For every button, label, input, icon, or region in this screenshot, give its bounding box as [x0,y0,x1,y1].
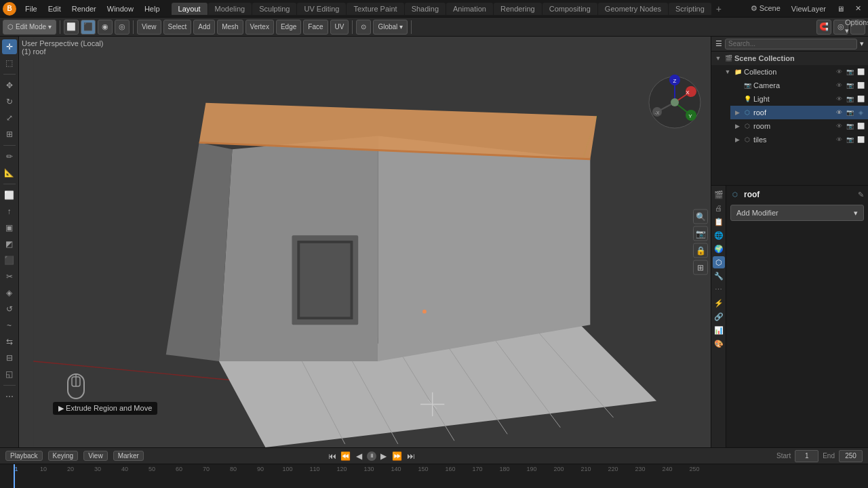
vertex-menu-btn[interactable]: Vertex [245,20,274,35]
prop-scene-icon[interactable]: 🌐 [713,229,725,241]
viewport-gizmo[interactable]: X -X Y Z [647,75,703,130]
mesh-menu-btn[interactable]: Mesh [217,20,243,35]
timeline-content[interactable]: 1 10 20 30 40 50 60 70 80 90 100 110 120… [0,464,868,488]
menu-edit[interactable]: Edit [43,3,66,14]
roof-render-icon[interactable]: ◈ [856,108,865,117]
outliner-filter-icon[interactable]: ▾ [860,39,864,48]
spin-tool[interactable]: ↺ [2,302,17,317]
shrink-tool[interactable]: ⊟ [2,350,17,365]
tab-geometry-nodes[interactable]: Geometry Nodes [598,3,668,15]
timeline-marker-btn[interactable]: Marker [113,451,144,461]
rotate-tool[interactable]: ↻ [2,94,17,109]
lock-view-btn[interactable]: 🔒 [693,243,708,258]
knife-tool[interactable]: ✂ [2,269,17,284]
timeline-keying-btn[interactable]: Keying [48,451,79,461]
prev-frame-btn[interactable]: ⏪ [340,450,352,462]
inset-tool[interactable]: ▣ [2,220,17,235]
view-layer-selector[interactable]: ViewLayer [787,3,830,14]
prop-constraints-icon[interactable]: 🔗 [713,310,725,323]
view-menu-btn[interactable]: View [137,20,161,35]
camera-eye-icon[interactable]: 👁 [834,81,844,90]
collection-render-icon[interactable]: ⬜ [856,67,865,77]
prop-view-layer-icon[interactable]: 📋 [713,216,725,228]
end-frame-input[interactable] [839,450,863,462]
uv-menu-btn[interactable]: UV [330,20,349,35]
select-menu-btn[interactable]: Select [163,20,192,35]
move-tool[interactable]: ✥ [2,78,17,93]
menu-help[interactable]: Help [140,3,165,14]
add-menu-btn[interactable]: Add [193,20,215,35]
outliner-search[interactable] [725,39,857,49]
tab-shading[interactable]: Shading [405,3,446,15]
props-edit-icon[interactable]: ✎ [858,190,864,199]
light-eye-icon[interactable]: 👁 [834,94,844,104]
camera-view-btn[interactable]: 📷 [693,226,708,241]
menu-file[interactable]: File [20,3,42,14]
tab-sculpting[interactable]: Sculpting [252,3,296,15]
header-icon-1[interactable]: 🖥 [833,3,848,14]
measure-tool[interactable]: 📐 [2,165,17,180]
tiles-row[interactable]: ▶ ⬡ tiles 👁 📷 ⬜ [730,133,868,146]
prop-output-icon[interactable]: 🖨 [713,202,725,214]
edge-menu-btn[interactable]: Edge [276,20,301,35]
tab-scripting[interactable]: Scripting [669,3,711,15]
scene-collection-row[interactable]: ▼ 🎬 Scene Collection [711,52,868,65]
transform-orientation-btn[interactable]: Global ▾ [373,20,408,35]
shear-tool[interactable]: ◱ [2,367,17,382]
select-tool[interactable]: ⬚ [2,56,17,70]
prop-world-icon[interactable]: 🌍 [713,243,725,255]
prop-physics-icon[interactable]: ⚡ [713,297,725,309]
next-frame-btn[interactable]: ⏩ [391,450,403,462]
mode-selector[interactable]: ⬡ Edit Mode ▾ [3,20,56,35]
jump-end-btn[interactable]: ⏭ [405,450,417,462]
roof-vis-icon[interactable]: 📷 [845,108,854,117]
snapping-btn[interactable]: 🧲 [816,20,831,35]
polypen-tool[interactable]: ◈ [2,285,17,300]
stop-btn[interactable]: ⏸ [367,451,376,461]
tab-compositing[interactable]: Compositing [542,3,597,15]
smooth-tool[interactable]: ~ [2,318,17,333]
tab-uv-editing[interactable]: UV Editing [297,3,346,15]
room-render-icon[interactable]: ⬜ [856,121,865,131]
loop-cut-tool[interactable]: ⬛ [2,253,17,268]
timeline-view-btn[interactable]: View [83,451,108,461]
light-render-icon[interactable]: ⬜ [856,94,865,104]
timeline-playback-btn[interactable]: Playback [5,451,43,461]
tab-modeling[interactable]: Modeling [208,3,252,15]
add-cube-tool[interactable]: ⬜ [2,188,17,203]
prev-keyframe-btn[interactable]: ◀ [353,450,366,462]
add-modifier-button[interactable]: Add Modifier ▾ [730,205,864,221]
extras-tool[interactable]: ⋯ [2,389,17,404]
scale-tool[interactable]: ⤢ [2,110,17,125]
tiles-render-icon[interactable]: ⬜ [856,135,865,144]
prop-particles-icon[interactable]: ⋯ [713,283,725,296]
prop-modifier-icon[interactable]: 🔧 [713,270,725,282]
room-vis-icon[interactable]: 📷 [845,121,854,131]
tiles-eye-icon[interactable]: 👁 [834,135,844,144]
bevel-tool[interactable]: ◩ [2,237,17,251]
scene-selector[interactable]: ⚙ Scene [747,3,785,14]
ortho-view-btn[interactable]: ⊞ [693,260,708,275]
face-menu-btn[interactable]: Face [303,20,328,35]
options-btn[interactable]: Options ▾ [850,20,865,35]
start-frame-input[interactable] [795,450,818,462]
tab-animation[interactable]: Animation [446,3,493,15]
extrude-tool[interactable]: ↑ [2,204,17,219]
cursor-tool[interactable]: ✛ [2,39,17,54]
room-eye-icon[interactable]: 👁 [834,121,844,131]
transform-tool[interactable]: ⊞ [2,127,17,142]
collection-cam-icon[interactable]: 📷 [845,67,854,77]
shading-rendered-btn[interactable]: ◎ [115,20,130,35]
tab-texture-paint[interactable]: Texture Paint [347,3,403,15]
add-workspace-button[interactable]: + [712,2,726,16]
light-vis-icon[interactable]: 📷 [845,94,854,104]
camera-vis-icon[interactable]: 📷 [845,81,854,90]
tiles-vis-icon[interactable]: 📷 [845,135,854,144]
annotate-tool[interactable]: ✏ [2,149,17,164]
shading-solid-btn[interactable]: ⬛ [81,20,96,35]
shading-material-btn[interactable]: ◉ [98,20,113,35]
transform-pivot-btn[interactable]: ⊙ [356,20,371,35]
prop-object-icon[interactable]: ⬡ [713,256,725,268]
next-keyframe-btn[interactable]: ▶ [378,450,390,462]
room-row[interactable]: ▶ ⬡ room 👁 📷 ⬜ [730,119,868,133]
